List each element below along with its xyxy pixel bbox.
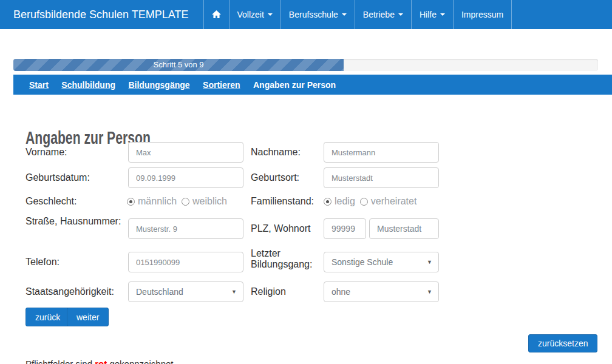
geschlecht-maennlich-label: männlich — [138, 196, 177, 207]
geschlecht-weiblich-label: weiblich — [192, 196, 227, 207]
nav-betriebe[interactable]: Betriebe — [355, 0, 411, 29]
nachname-label: Nachname: — [251, 142, 301, 163]
telefon-input[interactable] — [128, 252, 243, 272]
bildungsgang-select[interactable]: Sonstige Schule ▼ — [324, 252, 439, 272]
plz-wohnort-label: PLZ, Wohnort — [251, 218, 310, 239]
note-prefix: Pflichtfelder sind — [25, 359, 95, 364]
bildungsgang-selected-value: Sonstige Schule — [332, 257, 393, 267]
familienstand-verheiratet-label: verheiratet — [371, 196, 417, 207]
geburtsort-label: Geburtsort: — [251, 167, 299, 188]
nav-vollzeit[interactable]: Vollzeit — [229, 0, 280, 29]
geburtsort-input[interactable] — [324, 167, 439, 188]
geschlecht-maennlich-radio[interactable] — [127, 198, 135, 206]
familienstand-ledig-radio[interactable] — [324, 198, 332, 206]
note-suffix: gekennzeichnet. — [107, 359, 175, 364]
vorname-label: Vorname: — [25, 142, 67, 163]
next-button[interactable]: weiter — [67, 308, 109, 326]
dropdown-arrow-icon: ▼ — [231, 289, 237, 295]
familienstand-verheiratet-radio[interactable] — [360, 198, 368, 206]
vorname-input[interactable] — [128, 142, 243, 163]
app-title[interactable]: Berufsbildende Schulen TEMPLATE — [0, 0, 203, 29]
geschlecht-label: Geschlecht: — [25, 195, 76, 208]
religion-select[interactable]: ohne ▼ — [324, 281, 439, 302]
breadcrumb-start[interactable]: Start — [29, 80, 49, 90]
bildungsgang-label: Letzter Bildungsgang: — [251, 248, 322, 270]
telefon-label: Telefon: — [25, 252, 59, 272]
dropdown-arrow-icon: ▼ — [427, 259, 432, 265]
breadcrumb-sortieren[interactable]: Sortieren — [203, 80, 240, 90]
note-highlight: rot — [95, 359, 107, 364]
progress-label: Schritt 5 von 9 — [153, 60, 203, 69]
back-button[interactable]: zurück — [25, 308, 70, 326]
top-navbar: Berufsbildende Schulen TEMPLATE Vollzeit… — [0, 0, 612, 29]
wohnort-input[interactable] — [369, 218, 439, 239]
breadcrumb-schulbildung[interactable]: Schulbildung — [61, 80, 115, 90]
geburtsdatum-input[interactable] — [128, 167, 243, 188]
dropdown-arrow-icon: ▼ — [427, 289, 432, 295]
strasse-label: Straße, Hausnummer: — [25, 216, 128, 227]
nav-berufsschule-label: Berufsschule — [289, 10, 338, 19]
required-fields-note: Pflichtfelder sind rot gekennzeichnet. — [25, 359, 176, 364]
nav-hilfe-label: Hilfe — [420, 10, 437, 19]
religion-selected-value: ohne — [332, 287, 350, 297]
familienstand-radio-group: ledig verheiratet — [324, 195, 421, 208]
home-icon — [212, 10, 221, 19]
progress-fill: Schritt 5 von 9 — [13, 59, 344, 71]
chevron-down-icon — [440, 13, 445, 16]
reset-button[interactable]: zurücksetzen — [528, 334, 597, 352]
staatsangehoerigkeit-label: Staatsangehörigkeit: — [25, 281, 114, 302]
familienstand-label: Familienstand: — [251, 195, 314, 208]
radio-dot — [326, 200, 329, 203]
chevron-down-icon — [398, 13, 403, 16]
main-nav: Vollzeit Berufsschule Betriebe Hilfe Imp… — [203, 0, 512, 29]
staatsangehoerigkeit-selected-value: Deutschland — [136, 287, 183, 297]
chevron-down-icon — [342, 13, 347, 16]
familienstand-ledig-label: ledig — [335, 196, 355, 207]
nav-hilfe[interactable]: Hilfe — [411, 0, 453, 29]
nav-berufsschule[interactable]: Berufsschule — [280, 0, 355, 29]
progress-bar-track: Schritt 5 von 9 — [13, 59, 598, 71]
breadcrumb: Start Schulbildung Bildungsgänge Sortier… — [13, 75, 612, 95]
nachname-input[interactable] — [324, 142, 439, 163]
nav-impressum[interactable]: Impressum — [453, 0, 512, 29]
religion-label: Religion — [251, 281, 286, 302]
chevron-down-icon — [268, 13, 273, 16]
plz-input[interactable] — [324, 218, 366, 239]
nav-vollzeit-label: Vollzeit — [237, 10, 264, 19]
radio-dot — [129, 200, 132, 203]
geschlecht-weiblich-radio[interactable] — [182, 198, 189, 206]
breadcrumb-bildungsgaenge[interactable]: Bildungsgänge — [128, 80, 189, 90]
nav-impressum-label: Impressum — [461, 10, 503, 19]
strasse-input[interactable] — [128, 218, 243, 239]
nav-betriebe-label: Betriebe — [363, 10, 395, 19]
geburtsdatum-label: Geburtsdatum: — [25, 167, 90, 188]
geschlecht-radio-group: männlich weiblich — [127, 195, 232, 208]
breadcrumb-current: Angaben zur Person — [253, 80, 336, 90]
nav-home[interactable] — [203, 0, 229, 29]
staatsangehoerigkeit-select[interactable]: Deutschland ▼ — [128, 281, 243, 302]
